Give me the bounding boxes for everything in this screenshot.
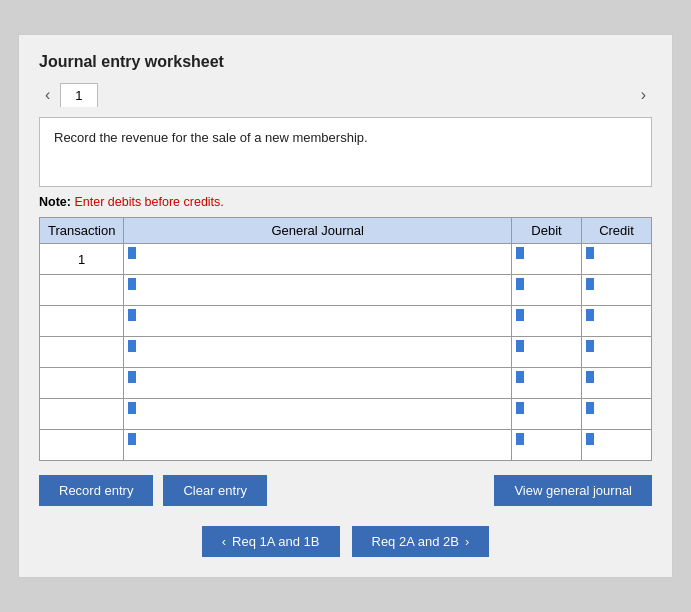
transaction-cell xyxy=(40,337,124,368)
credit-input[interactable] xyxy=(586,321,647,336)
debit-input[interactable] xyxy=(516,259,577,274)
transaction-cell xyxy=(40,430,124,461)
credit-indicator-icon xyxy=(586,340,594,352)
next-req-label: Req 2A and 2B xyxy=(372,534,459,549)
col-debit: Debit xyxy=(512,218,582,244)
debit-cell[interactable] xyxy=(512,399,582,430)
general-journal-input[interactable] xyxy=(128,290,507,305)
general-journal-cell[interactable] xyxy=(124,275,512,306)
credit-indicator-icon xyxy=(586,371,594,383)
next-chevron-icon: › xyxy=(465,534,469,549)
col-general-journal: General Journal xyxy=(124,218,512,244)
credit-cell[interactable] xyxy=(582,430,652,461)
note-label: Note: xyxy=(39,195,71,209)
general-journal-input[interactable] xyxy=(128,383,507,398)
table-row xyxy=(40,399,652,430)
prev-tab-arrow[interactable]: ‹ xyxy=(39,84,56,106)
input-indicator-icon xyxy=(128,340,136,352)
input-indicator-icon xyxy=(128,433,136,445)
general-journal-cell[interactable] xyxy=(124,306,512,337)
credit-indicator-icon xyxy=(586,433,594,445)
note-content: Enter debits before credits. xyxy=(71,195,224,209)
prev-req-button[interactable]: ‹ Req 1A and 1B xyxy=(202,526,340,557)
table-row: 1 xyxy=(40,244,652,275)
credit-cell[interactable] xyxy=(582,337,652,368)
bottom-navigation: ‹ Req 1A and 1B Req 2A and 2B › xyxy=(39,526,652,557)
table-row xyxy=(40,275,652,306)
debit-cell[interactable] xyxy=(512,244,582,275)
transaction-cell xyxy=(40,368,124,399)
table-row xyxy=(40,368,652,399)
general-journal-cell[interactable] xyxy=(124,368,512,399)
debit-input[interactable] xyxy=(516,445,577,460)
debit-cell[interactable] xyxy=(512,430,582,461)
credit-cell[interactable] xyxy=(582,244,652,275)
debit-input[interactable] xyxy=(516,290,577,305)
input-indicator-icon xyxy=(128,278,136,290)
general-journal-input[interactable] xyxy=(128,352,507,367)
debit-cell[interactable] xyxy=(512,306,582,337)
general-journal-input[interactable] xyxy=(128,445,507,460)
credit-cell[interactable] xyxy=(582,368,652,399)
buttons-row: Record entry Clear entry View general jo… xyxy=(39,475,652,506)
col-credit: Credit xyxy=(582,218,652,244)
transaction-cell xyxy=(40,275,124,306)
view-general-journal-button[interactable]: View general journal xyxy=(494,475,652,506)
general-journal-input[interactable] xyxy=(128,259,507,274)
journal-table: Transaction General Journal Debit Credit… xyxy=(39,217,652,461)
general-journal-cell[interactable] xyxy=(124,430,512,461)
general-journal-input[interactable] xyxy=(128,321,507,336)
debit-indicator-icon xyxy=(516,340,524,352)
table-row xyxy=(40,306,652,337)
main-container: Journal entry worksheet ‹ 1 › Record the… xyxy=(18,34,673,578)
debit-input[interactable] xyxy=(516,383,577,398)
credit-indicator-icon xyxy=(586,278,594,290)
credit-indicator-icon xyxy=(586,247,594,259)
debit-indicator-icon xyxy=(516,433,524,445)
general-journal-cell[interactable] xyxy=(124,337,512,368)
tab-1[interactable]: 1 xyxy=(60,83,97,107)
transaction-cell xyxy=(40,399,124,430)
debit-indicator-icon xyxy=(516,371,524,383)
record-entry-button[interactable]: Record entry xyxy=(39,475,153,506)
input-indicator-icon xyxy=(128,309,136,321)
debit-input[interactable] xyxy=(516,321,577,336)
credit-cell[interactable] xyxy=(582,306,652,337)
credit-input[interactable] xyxy=(586,383,647,398)
page-title: Journal entry worksheet xyxy=(39,53,652,71)
credit-input[interactable] xyxy=(586,445,647,460)
input-indicator-icon xyxy=(128,247,136,259)
debit-cell[interactable] xyxy=(512,275,582,306)
description-box: Record the revenue for the sale of a new… xyxy=(39,117,652,187)
transaction-cell xyxy=(40,306,124,337)
next-tab-arrow[interactable]: › xyxy=(635,84,652,106)
table-row xyxy=(40,430,652,461)
prev-chevron-icon: ‹ xyxy=(222,534,226,549)
debit-indicator-icon xyxy=(516,278,524,290)
general-journal-cell[interactable] xyxy=(124,244,512,275)
debit-cell[interactable] xyxy=(512,368,582,399)
credit-input[interactable] xyxy=(586,352,647,367)
input-indicator-icon xyxy=(128,371,136,383)
credit-input[interactable] xyxy=(586,259,647,274)
general-journal-input[interactable] xyxy=(128,414,507,429)
tab-navigation: ‹ 1 › xyxy=(39,83,652,107)
clear-entry-button[interactable]: Clear entry xyxy=(163,475,267,506)
credit-cell[interactable] xyxy=(582,275,652,306)
general-journal-cell[interactable] xyxy=(124,399,512,430)
debit-input[interactable] xyxy=(516,352,577,367)
transaction-cell: 1 xyxy=(40,244,124,275)
debit-cell[interactable] xyxy=(512,337,582,368)
table-row xyxy=(40,337,652,368)
note-text: Note: Enter debits before credits. xyxy=(39,195,652,209)
credit-indicator-icon xyxy=(586,309,594,321)
credit-cell[interactable] xyxy=(582,399,652,430)
credit-input[interactable] xyxy=(586,290,647,305)
debit-indicator-icon xyxy=(516,309,524,321)
debit-input[interactable] xyxy=(516,414,577,429)
prev-req-label: Req 1A and 1B xyxy=(232,534,319,549)
credit-indicator-icon xyxy=(586,402,594,414)
col-transaction: Transaction xyxy=(40,218,124,244)
credit-input[interactable] xyxy=(586,414,647,429)
next-req-button[interactable]: Req 2A and 2B › xyxy=(352,526,490,557)
